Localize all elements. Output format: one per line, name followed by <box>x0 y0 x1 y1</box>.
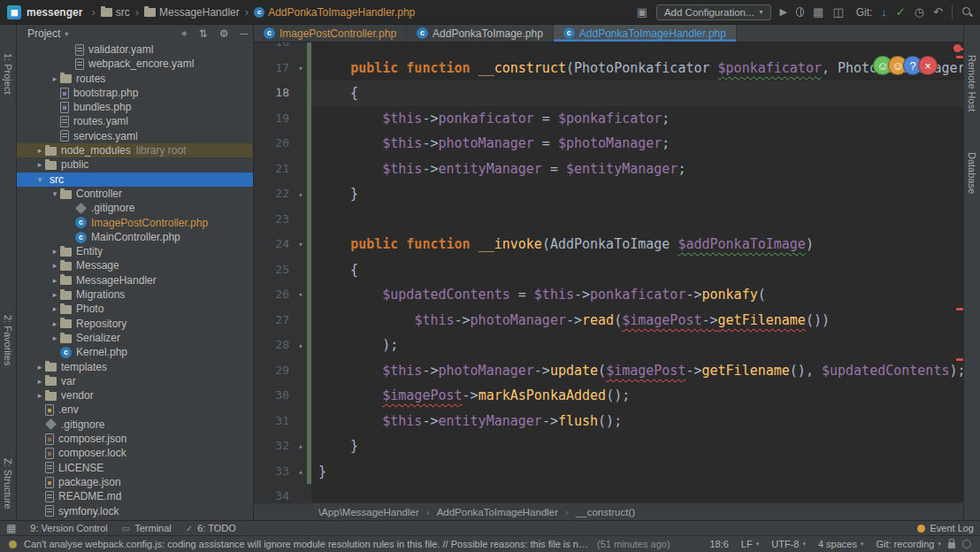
tree-collapsed-arrow-icon[interactable]: ▸ <box>50 302 60 316</box>
tree-collapsed-arrow-icon[interactable]: ▸ <box>34 157 45 172</box>
code-line-25[interactable]: 25 { <box>254 257 964 283</box>
tree-item-templates[interactable]: ▸templates <box>17 360 253 374</box>
tree-item-webpack-encore-yaml[interactable]: webpack_encore.yaml <box>17 57 253 71</box>
run-icon[interactable]: ▶ <box>780 7 787 17</box>
gutter-line-number[interactable]: 28 <box>254 333 295 358</box>
gutter-line-number[interactable]: 19 <box>254 106 295 132</box>
editor-tab-addponkatoimage-php[interactable]: cAddPonkaToImage.php <box>407 25 554 42</box>
code-line-33[interactable]: 33▴} <box>254 459 964 485</box>
run-configuration-select[interactable]: Add Configuration...▾ <box>656 4 771 20</box>
code-line-18[interactable]: 18 { <box>254 80 964 106</box>
gutter-line-number[interactable]: 33 <box>254 459 295 485</box>
code-line-20[interactable]: 20 $this->photoManager = $photoManager; <box>254 131 964 157</box>
tree-item-readme-md[interactable]: README.md <box>17 489 253 503</box>
debug-icon[interactable] <box>796 7 804 17</box>
gutter-line-number[interactable]: 30 <box>254 383 295 409</box>
tree-item-public[interactable]: ▸public <box>17 157 253 172</box>
tree-expanded-arrow-icon[interactable]: ▾ <box>50 187 60 201</box>
tree-collapsed-arrow-icon[interactable]: ▸ <box>34 374 45 388</box>
tree-item-repository[interactable]: ▸Repository <box>17 317 253 331</box>
project-panel-title[interactable]: Project <box>27 27 60 40</box>
code-line-16[interactable]: 16 <box>254 42 964 56</box>
error-stripe-mark[interactable] <box>956 56 963 58</box>
gutter-line-number[interactable]: 27 <box>254 308 295 334</box>
tree-item-maincontroller-php[interactable]: cMainController.php <box>17 230 253 244</box>
stripe-button-remote-host[interactable]: Remote Host <box>967 55 977 111</box>
tree-collapsed-arrow-icon[interactable]: ▸ <box>34 360 45 374</box>
tree-item-kernel-php[interactable]: cKernel.php <box>17 345 253 359</box>
tree-item-license[interactable]: LICENSE <box>17 461 253 475</box>
settings-gear-icon[interactable]: ⚙ <box>219 27 229 40</box>
status-git-branch[interactable]: Git: recording▾ <box>876 539 941 549</box>
monitor-icon[interactable]: ▣ <box>637 6 647 18</box>
gutter-line-number[interactable]: 23 <box>254 207 295 233</box>
gutter-line-number[interactable]: 20 <box>254 131 295 157</box>
tree-item-src[interactable]: ▾src <box>17 172 253 187</box>
status-line-separator[interactable]: LF▾ <box>741 539 759 549</box>
error-stripe-mark[interactable] <box>956 48 963 50</box>
tree-item-validator-yaml[interactable]: validator.yaml <box>17 42 253 57</box>
code-line-32[interactable]: 32▴ } <box>254 433 964 459</box>
gutter-line-number[interactable]: 32 <box>254 433 295 459</box>
status-message[interactable]: Can't analyse webpack.config.js: coding … <box>24 539 590 549</box>
tree-collapsed-arrow-icon[interactable]: ▸ <box>50 244 60 258</box>
tree-expanded-arrow-icon[interactable]: ▾ <box>34 172 45 187</box>
tree-item-entity[interactable]: ▸Entity <box>17 244 253 258</box>
status-caret-position[interactable]: 18:6 <box>709 539 728 549</box>
tree-collapsed-arrow-icon[interactable]: ▸ <box>50 258 60 272</box>
toolwindow-button-terminal[interactable]: ▭Terminal <box>122 523 172 533</box>
gutter-line-number[interactable]: 22 <box>254 181 295 207</box>
title-breadcrumb-addponkatoimagehandler-php[interactable]: cAddPonkaToImageHandler.php <box>254 6 415 19</box>
tree-item-symfony-lock[interactable]: symfony.lock <box>17 504 253 518</box>
stripe-button-1-project[interactable]: 1: Project <box>3 53 13 94</box>
tree-item-composer-lock[interactable]: composer.lock <box>17 446 253 460</box>
gutter-line-number[interactable]: 34 <box>254 484 295 502</box>
gutter-line-number[interactable]: 24 <box>254 232 295 257</box>
tree-item-package-json[interactable]: package.json <box>17 475 253 489</box>
editor-tab-imagepostcontroller-php[interactable]: cImagePostController.php <box>254 25 407 42</box>
tree-item-gitignore[interactable]: .gitignore <box>17 418 253 432</box>
tree-item-node-modules[interactable]: ▸node_moduleslibrary root <box>17 143 253 157</box>
tree-item-imagepostcontroller-php[interactable]: cImagePostController.php <box>17 216 253 230</box>
code-line-24[interactable]: 24▾ public function __invoke(AddPonkaToI… <box>254 232 964 257</box>
coverage-grid-icon[interactable]: ▦ <box>813 6 823 18</box>
tree-collapsed-arrow-icon[interactable]: ▸ <box>50 331 60 345</box>
stripe-button-2-favorites[interactable]: 2: Favorites <box>3 315 13 365</box>
gutter-line-number[interactable]: 31 <box>254 409 295 434</box>
code-line-29[interactable]: 29 $this->photoManager->update($imagePos… <box>254 358 964 384</box>
status-indent[interactable]: 4 spaces▾ <box>818 539 864 549</box>
editor-breadcrumb-construct[interactable]: __construct() <box>576 507 635 518</box>
tree-collapsed-arrow-icon[interactable]: ▸ <box>50 72 60 86</box>
fold-down-icon[interactable]: ▾ <box>295 56 307 81</box>
fold-down-icon[interactable]: ▾ <box>295 232 307 257</box>
rollback-icon[interactable]: ↶ <box>933 6 943 18</box>
code-line-34[interactable]: 34 <box>254 484 964 502</box>
toolwindow-button-9-version-control[interactable]: 9: Version Control <box>30 523 107 533</box>
gutter-line-number[interactable]: 17 <box>254 56 295 81</box>
tree-item-serializer[interactable]: ▸Serializer <box>17 331 253 345</box>
tree-item-photo[interactable]: ▸Photo <box>17 302 253 316</box>
fold-up-icon[interactable]: ▴ <box>295 333 307 358</box>
tree-item-migrations[interactable]: ▸Migrations <box>17 288 253 302</box>
tree-item-composer-json[interactable]: composer.json <box>17 432 253 446</box>
tree-collapsed-arrow-icon[interactable]: ▸ <box>50 273 60 288</box>
lock-icon[interactable] <box>948 542 955 548</box>
fold-up-icon[interactable]: ▴ <box>295 181 307 207</box>
error-stripe-mark[interactable] <box>956 358 963 361</box>
fold-up-icon[interactable]: ▴ <box>295 459 307 485</box>
tool-window-switcher-icon[interactable]: ▦ <box>6 522 16 534</box>
code-line-28[interactable]: 28▴ ); <box>254 333 964 358</box>
code-line-22[interactable]: 22▴ } <box>254 181 964 207</box>
stripe-button-z-structure[interactable]: Z: Structure <box>3 458 13 509</box>
tree-collapsed-arrow-icon[interactable]: ▸ <box>34 143 45 157</box>
tree-item-var[interactable]: ▸var <box>17 374 253 388</box>
chevron-down-icon[interactable]: ▾ <box>65 30 68 38</box>
search-everywhere-icon[interactable] <box>961 6 973 18</box>
tree-collapsed-arrow-icon[interactable]: ▸ <box>50 317 60 331</box>
editor-tab-addponkatoimagehandler-php[interactable]: cAddPonkaToImageHandler.php <box>554 25 737 42</box>
gutter-line-number[interactable]: 26 <box>254 282 295 308</box>
tree-item-message[interactable]: ▸Message <box>17 258 253 272</box>
tree-item-routes-yaml[interactable]: routes.yaml <box>17 114 253 128</box>
code-line-17[interactable]: 17▾ public function __construct(PhotoPon… <box>254 56 964 81</box>
notification-icon[interactable] <box>9 540 17 548</box>
